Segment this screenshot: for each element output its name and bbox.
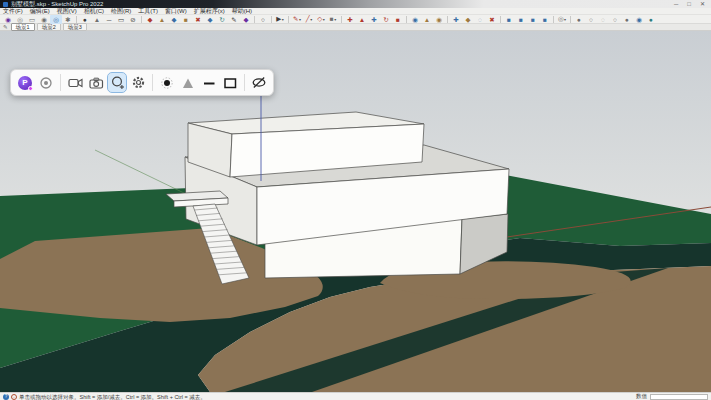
status-bar: ? ◦ 单击或拖动以选择对象。Shift = 添加/减去。Ctrl = 添加。S… [0, 392, 711, 400]
orbit-icon[interactable]: ✚ [450, 15, 462, 24]
line-tool-icon[interactable]: ✎▾ [291, 14, 303, 24]
scene-tabs: 场景1场景2场景3 [11, 23, 87, 31]
scene-tab-bar: ✎ 场景1场景2场景3 [0, 24, 711, 31]
toolbar-separator [447, 16, 448, 23]
cursor-highlight-icon[interactable] [108, 73, 126, 92]
scene-tab-场景1[interactable]: 场景1 [11, 23, 35, 31]
annotation-separator [244, 74, 245, 91]
pan-icon[interactable]: ◆ [462, 15, 474, 24]
toolbar-separator [500, 16, 501, 23]
menu-item[interactable]: 帮助(H) [232, 8, 252, 15]
app-logo-icon[interactable]: P [16, 73, 34, 92]
annotation-separator [152, 74, 153, 91]
maximize-button[interactable]: □ [687, 0, 691, 8]
toolbar-separator [254, 16, 255, 23]
sketchup-logo-icon [3, 2, 8, 7]
pointer-icon[interactable]: ▲ [91, 15, 103, 24]
snapshot-icon[interactable]: ◉ [38, 15, 50, 24]
back-view-icon[interactable]: ■ [515, 15, 527, 24]
tape-measure-icon[interactable]: ◉ [409, 15, 421, 24]
frame-icon[interactable]: ▭ [115, 15, 127, 24]
delete-icon[interactable]: ✖ [192, 15, 204, 24]
menu-item[interactable]: 编辑(E) [30, 8, 50, 15]
toolbar-separator [553, 16, 554, 23]
measurements-label: 数值 [636, 393, 647, 400]
record-icon[interactable] [37, 73, 55, 92]
top-view-icon[interactable]: ■ [539, 15, 551, 24]
drawing-area: P [0, 31, 711, 392]
recorder-logo-icon[interactable]: ◉ [2, 15, 14, 24]
cursor-highlight-icon[interactable]: ◎ [50, 15, 62, 24]
materials-icon[interactable]: ■ [180, 15, 192, 24]
surface-tool-icon[interactable]: ■▾ [327, 14, 339, 24]
video-camera-icon[interactable] [66, 73, 84, 92]
line-tool-icon[interactable] [200, 73, 218, 92]
style-monochrome-icon[interactable]: ● [621, 15, 633, 24]
dimensions-icon[interactable]: ◉ [433, 15, 445, 24]
toolbar-separator [406, 16, 407, 23]
move-tool-icon[interactable]: ✚ [344, 15, 356, 24]
dot-cursor-icon[interactable] [158, 73, 176, 92]
video-capture-icon[interactable]: ▭ [26, 15, 38, 24]
photo-camera-icon[interactable] [87, 73, 105, 92]
text-icon[interactable]: ✎ [228, 15, 240, 24]
menu-item[interactable]: 扩展程序(x) [194, 8, 225, 15]
section-plane-icon[interactable]: ◆ [240, 15, 252, 24]
make-component-icon[interactable]: ◆ [144, 15, 156, 24]
style-shaded-icon[interactable]: ◌ [597, 15, 609, 24]
menu-item[interactable]: 相机(C) [84, 8, 104, 15]
rotate-tool-icon[interactable]: ↻ [380, 15, 392, 24]
zoom-tool-icon[interactable]: ○ [257, 15, 269, 24]
annotation-toolbar: P [10, 69, 274, 96]
paint-bucket-icon[interactable]: ▲ [156, 15, 168, 24]
select-tool-icon[interactable]: ▶▾ [274, 14, 286, 24]
toolbar-separator [341, 16, 342, 23]
toolbar-separator [271, 16, 272, 23]
line-weight-icon[interactable]: ─ [103, 15, 115, 24]
scene-tab-场景2[interactable]: 场景2 [37, 23, 61, 31]
zoom-window-icon[interactable]: ✖ [486, 15, 498, 24]
rectangle-tool-icon[interactable] [221, 73, 239, 92]
main-toolbar: ◉◎▭◉◎✱●▲─▭⊘◆▲◆■✖◆↻✎◆○▶▾✎▾╱▾◇▾■▾✚▲✚↻■◉▲◉✚… [0, 15, 711, 24]
capture-settings-icon[interactable]: ✱ [62, 15, 74, 24]
menu-item[interactable]: 工具(T) [138, 8, 158, 15]
style-xray-icon[interactable]: ◉ [633, 15, 645, 24]
menu-item[interactable]: 绘图(R) [111, 8, 131, 15]
front-view-icon[interactable]: ■ [503, 15, 515, 24]
styles-dropdown-icon[interactable]: ◎▾ [556, 14, 568, 24]
settings-gear-icon[interactable] [129, 73, 147, 92]
measurements-input[interactable] [650, 394, 708, 400]
iso-view-icon[interactable]: ■ [527, 15, 539, 24]
minimize-button[interactable]: ─ [674, 0, 678, 8]
hide-annotations-icon[interactable] [250, 73, 268, 92]
toolbar-separator [76, 16, 77, 23]
follow-me-icon[interactable]: ↻ [216, 15, 228, 24]
push-pull-tool-icon[interactable]: ▲ [356, 15, 368, 24]
menu-item[interactable]: 文件(F) [3, 8, 23, 15]
triangle-cursor-icon[interactable] [179, 73, 197, 92]
menu-item[interactable]: 窗口(W) [165, 8, 187, 15]
style-shaded-textures-icon[interactable]: ○ [609, 15, 621, 24]
close-button[interactable]: ✕ [700, 0, 705, 8]
push-pull-icon[interactable]: ◆ [204, 15, 216, 24]
geolocation-icon[interactable]: ◦ [11, 394, 17, 400]
offset-tool-icon[interactable]: ✚ [368, 15, 380, 24]
protractor-icon[interactable]: ▲ [421, 15, 433, 24]
toolbar-separator [141, 16, 142, 23]
status-hint: 单击或拖动以选择对象。Shift = 添加/减去。Ctrl = 添加。Shift… [19, 393, 206, 400]
shape-tool-icon[interactable]: ◇▾ [315, 14, 327, 24]
toolbar-separator [288, 16, 289, 23]
style-wireframe-icon[interactable]: ● [573, 15, 585, 24]
scale-tool-icon[interactable]: ■ [392, 15, 404, 24]
menu-item[interactable]: 视图(V) [57, 8, 77, 15]
help-icon[interactable]: ? [3, 394, 9, 400]
arc-tool-icon[interactable]: ╱▾ [303, 14, 315, 24]
record-icon[interactable]: ◎ [14, 15, 26, 24]
eraser-icon[interactable]: ◆ [168, 15, 180, 24]
zoom-extents-icon[interactable]: ◌ [474, 15, 486, 24]
scene-tab-场景3[interactable]: 场景3 [63, 23, 87, 31]
style-back-edges-icon[interactable]: ● [645, 15, 657, 24]
dot-cursor-icon[interactable]: ● [79, 15, 91, 24]
style-hidden-line-icon[interactable]: ○ [585, 15, 597, 24]
hide-overlay-icon[interactable]: ⊘ [127, 15, 139, 24]
